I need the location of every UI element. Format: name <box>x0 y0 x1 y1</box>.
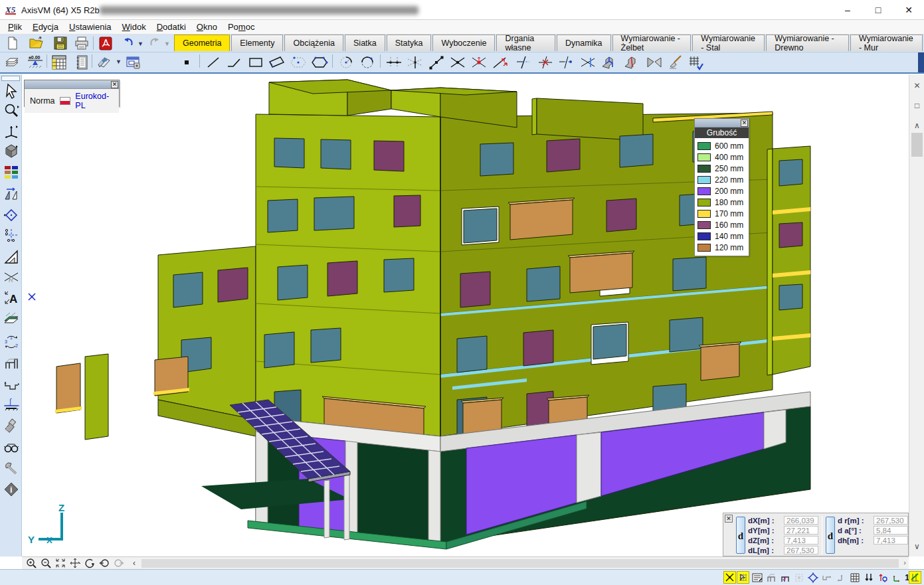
menu-item[interactable]: Ustawienia <box>64 21 117 33</box>
module-tab[interactable]: Dynamika <box>557 35 611 51</box>
frame-display-toggle[interactable] <box>765 571 777 584</box>
drawings-library-dropdown[interactable]: ▼ <box>116 58 122 65</box>
snap-intersection-toggle[interactable] <box>723 571 736 584</box>
arc-tool[interactable] <box>337 54 355 70</box>
display-mode-tool[interactable] <box>3 143 19 159</box>
node-tool[interactable] <box>178 54 195 70</box>
zoom-out-button[interactable] <box>41 558 52 569</box>
module-tab[interactable]: Wyboczenie <box>432 35 495 51</box>
mesh-display-toggle[interactable] <box>848 571 861 584</box>
coord-value[interactable]: 267,530 <box>784 546 818 554</box>
module-tab[interactable]: Wymiarowanie - Mur <box>850 35 923 51</box>
mesh-check-tool[interactable] <box>688 54 705 70</box>
layers-button[interactable] <box>4 54 21 70</box>
menu-item[interactable]: Okno <box>191 21 223 33</box>
pan-button[interactable] <box>70 558 82 569</box>
divide-line-tool[interactable] <box>407 54 424 70</box>
module-tab[interactable]: Wymiarowanie - Drewno <box>766 35 849 51</box>
delta-toggle-2[interactable]: d <box>826 517 835 554</box>
polygon-tool[interactable] <box>311 54 328 70</box>
module-tab[interactable]: Elementy <box>231 35 283 51</box>
norma-panel-titlebar[interactable]: ✕ <box>25 80 119 89</box>
minimize-button[interactable]: – <box>832 0 863 20</box>
sidebar-handle[interactable] <box>1 76 20 81</box>
coord-value[interactable]: 7,413 <box>874 536 908 544</box>
skewed-rectangle-tool[interactable] <box>268 54 286 70</box>
reactions-display-toggle[interactable] <box>876 571 889 584</box>
coord-value[interactable]: 7,413 <box>784 536 818 544</box>
intersect-surfaces-tool[interactable] <box>601 54 618 70</box>
coords-close-icon[interactable]: ✕ <box>725 515 733 523</box>
structure-frame-tool[interactable] <box>3 355 19 371</box>
model-viewport[interactable]: ✕ Norma Eurokod-PL ✕ Grubość 600 mm <box>22 74 909 556</box>
path-mode-toggle[interactable] <box>820 571 833 584</box>
display-options-tool[interactable] <box>3 440 19 456</box>
local-axes-toggle[interactable] <box>890 571 903 584</box>
panel-close-icon[interactable]: ✕ <box>909 78 924 93</box>
edit-mode-toggle[interactable] <box>751 571 763 584</box>
horizontal-scrollbar-thumb[interactable] <box>141 559 899 568</box>
delta-toggle-1[interactable]: d <box>736 517 745 554</box>
options-tool[interactable] <box>3 460 19 476</box>
line-tool[interactable] <box>205 54 222 70</box>
extend-tool[interactable] <box>558 54 575 70</box>
menu-item[interactable]: Widok <box>117 21 151 33</box>
redo-dropdown[interactable]: ▼ <box>164 41 170 47</box>
open-file-button[interactable] <box>28 35 45 51</box>
divide-point-tool[interactable] <box>385 54 403 70</box>
geometry-check-tool[interactable] <box>3 207 19 223</box>
module-tab[interactable]: Wymiarowanie - Żelbet <box>612 35 692 51</box>
remove-node-tool[interactable] <box>470 54 488 70</box>
norma-close-icon[interactable]: ✕ <box>111 81 118 88</box>
selection-tool[interactable] <box>3 83 19 99</box>
zoom-in-button[interactable] <box>26 558 38 569</box>
save-button[interactable] <box>52 35 69 51</box>
path-tool[interactable] <box>3 376 19 392</box>
module-tab[interactable]: Wymiarowanie - Stal <box>692 35 765 51</box>
views-tool[interactable] <box>3 123 19 139</box>
coord-value[interactable]: 267,530 <box>874 516 908 525</box>
zoom-tool[interactable] <box>3 103 19 119</box>
new-file-button[interactable] <box>4 35 21 51</box>
loads-display-toggle[interactable] <box>862 571 875 584</box>
perspective-toggle[interactable] <box>806 571 819 584</box>
transform-tool[interactable] <box>3 186 19 202</box>
maximize-button[interactable]: □ <box>863 0 893 20</box>
legend-close-icon[interactable]: ✕ <box>741 120 748 127</box>
module-tab[interactable]: Statyka <box>387 35 432 51</box>
3d-model-building[interactable] <box>22 74 909 556</box>
drawings-library-button[interactable] <box>96 54 113 70</box>
menu-item[interactable]: Pomoc <box>223 21 260 33</box>
story-level-button[interactable]: ±0.00 <box>27 54 44 70</box>
module-tab[interactable]: Siatka <box>345 35 385 51</box>
cleanup-tool[interactable] <box>667 54 684 70</box>
saved-views-button[interactable] <box>125 54 142 70</box>
redo-button[interactable] <box>146 35 163 51</box>
vertical-scrollbar-thumb[interactable] <box>911 133 923 157</box>
module-tab[interactable]: Obciążenia <box>284 35 343 51</box>
scroll-down-icon[interactable]: ∨ <box>909 539 924 554</box>
polygon-dashed-tool[interactable] <box>290 54 307 70</box>
norma-standard-link[interactable]: Eurokod-PL <box>75 92 114 110</box>
previous-view-button[interactable] <box>99 558 111 569</box>
coord-value[interactable]: 266,039 <box>784 516 818 525</box>
renumber-tool[interactable]: R <box>3 269 19 285</box>
trace-mode-toggle[interactable] <box>834 571 847 584</box>
zoom-fit-button[interactable] <box>55 558 67 569</box>
close-button[interactable]: ✕ <box>893 0 924 20</box>
menu-item[interactable]: Dodatki <box>151 21 191 33</box>
intersect-tool[interactable] <box>449 54 466 70</box>
domain-intersection-tool[interactable] <box>623 54 640 70</box>
background-layer-tool[interactable] <box>3 249 19 265</box>
next-view-button[interactable] <box>114 558 126 569</box>
pdf-export-button[interactable] <box>97 35 114 51</box>
coord-value[interactable]: 27,221 <box>784 526 818 535</box>
menu-item[interactable]: Plik <box>3 21 27 33</box>
coord-value[interactable]: 5,84 <box>874 526 908 535</box>
legend-titlebar[interactable]: ✕ <box>695 119 749 127</box>
undo-button[interactable] <box>120 35 137 51</box>
perspective-edit-toggle[interactable] <box>909 571 921 584</box>
menu-item[interactable]: Edycja <box>27 21 64 33</box>
influence-line-tool[interactable]: ∫ <box>3 397 19 413</box>
find-tool[interactable] <box>3 418 19 434</box>
